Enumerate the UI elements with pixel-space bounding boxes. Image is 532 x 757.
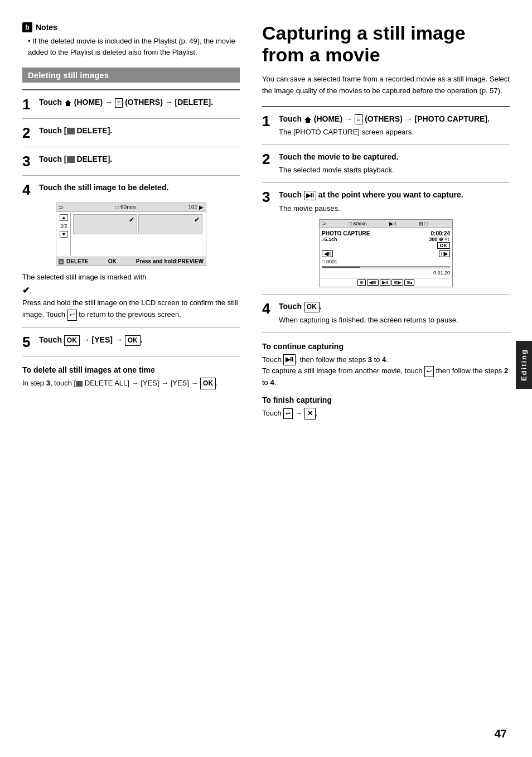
screen-header: ⊃ □ 60min 101 ▶ (56, 203, 206, 212)
notes-section: b Notes If the deleted movie is included… (22, 22, 240, 57)
delete-all-title: To delete all still images at one time (22, 365, 240, 374)
step-title-4: Touch the still image to be deleted. (39, 182, 240, 194)
right-step-title-1: Touch (HOME) → ≡ (OTHERS) → [PHOTO CAPTU… (279, 114, 510, 125)
cap-body: PHOTO CAPTURE ♪5.1ch 0:00:24 300 ⊕ +↕ OK… (320, 228, 452, 278)
ok-box-2: OK (125, 335, 141, 346)
ok-box-1: OK (64, 335, 80, 346)
left-step-2: 2 Touch [ DELETE]. (22, 126, 240, 140)
step-content-1: Touch (HOME) → ≡ (OTHERS) → [DELETE]. (39, 97, 240, 108)
cap-btn-5[interactable]: ⊙₂ (404, 279, 414, 286)
delete-label: ≡ DELETE (59, 258, 89, 264)
device-screen: ⊃ □ 60min 101 ▶ ▲ 2/2 ▼ ✔ ✔ (56, 202, 206, 266)
cap-btn-4[interactable]: ⊙▶ (391, 279, 403, 286)
cap-btn-2[interactable]: ◀⊙ (367, 279, 379, 286)
step-num-2: 2 (22, 126, 35, 140)
delete-all-text: In step 3, touch [ DELETE ALL] → [YES] →… (22, 378, 240, 389)
right-step-desc-3: The movie pauses. (279, 203, 510, 214)
left-step-4: 4 Touch the still image to be deleted. (22, 182, 240, 197)
step-num-5: 5 (22, 335, 35, 349)
right-step-num-2: 2 (262, 152, 274, 166)
step-num-3: 3 (22, 154, 35, 168)
home-icon-r1 (304, 116, 312, 123)
step-content-4: Touch the still image to be deleted. (39, 182, 240, 194)
cap-quality: 300 ⊕ +↕ (429, 237, 450, 242)
cap-middle-controls: ◀II II▶ (322, 250, 450, 257)
right-step-content-2: Touch the movie to be captured. The sele… (279, 152, 510, 176)
down-arrow: ▼ (60, 231, 68, 238)
screen-back: ⊃ (59, 204, 63, 210)
right-step-num-4: 4 (262, 301, 274, 316)
right-step-title-3: Touch ▶II at the point where you want to… (279, 190, 510, 201)
cap-time-bar: 0:01:20 (322, 270, 450, 276)
notes-icon: b (22, 22, 32, 32)
cap-ok-btn[interactable]: OK (437, 242, 451, 249)
cap-btn-3[interactable]: ▶II (380, 279, 390, 286)
to-finish-section: To finish capturing Touch ↩ → ✕. (262, 396, 510, 420)
step-title-3: Touch [ DELETE]. (39, 154, 240, 165)
cap-icons: ⊞ □ (419, 221, 428, 226)
step-title-5: Touch OK → [YES] → OK. (39, 335, 240, 346)
cap-header: ⊃ □ 60min ▶II ⊞ □ (320, 220, 452, 228)
editing-tab: Editing (516, 341, 532, 389)
page-counter: 2/2 (60, 223, 67, 229)
return-icon-finish: ↩ (283, 408, 293, 420)
notes-header: b Notes (22, 22, 240, 32)
cap-right-btn[interactable]: II▶ (439, 250, 450, 257)
step-title-1: Touch (HOME) → ≡ (OTHERS) → [DELETE]. (39, 97, 240, 108)
page-title: Capturing a still image from a movie (262, 22, 510, 66)
screen-mem: □ 60min (115, 204, 136, 210)
intro-text: You can save a selected frame from a rec… (262, 74, 510, 97)
cap-btn-1[interactable]: ⊙ (357, 279, 366, 286)
right-step-content-3: Touch ▶II at the point where you want to… (279, 190, 510, 214)
play-pause-icon: ▶II (304, 191, 316, 200)
notes-item: If the deleted movie is included in the … (28, 36, 240, 57)
to-continue-section: To continue capturing Touch ▶II, then fo… (262, 342, 510, 389)
cap-time: 0:00:24 (429, 230, 450, 237)
to-finish-text: Touch ↩ → ✕. (262, 408, 510, 420)
cap-play: ▶II (389, 221, 396, 226)
thumb-1: ✔ (73, 214, 137, 234)
capture-screen: ⊃ □ 60min ▶II ⊞ □ PHOTO CAPTURE ♪5.1ch 0… (319, 219, 453, 287)
play-pause-icon-2: ▶II (283, 354, 296, 365)
screen-footer: ≡ DELETE OK Press and hold:PREVIEW (56, 257, 206, 266)
check-2: ✔ (194, 216, 200, 224)
right-step-4: 4 Touch OK. When capturing is finished, … (262, 301, 510, 325)
step-content-2: Touch [ DELETE]. (39, 126, 240, 137)
right-step-3: 3 Touch ▶II at the point where you want … (262, 190, 510, 214)
step-content-3: Touch [ DELETE]. (39, 154, 240, 165)
return-icon-r: ↩ (424, 366, 434, 377)
delete-icon-2 (67, 128, 75, 134)
svg-marker-1 (304, 117, 311, 123)
screen-main: ✔ ✔ (71, 213, 205, 255)
ok-box-3: OK (200, 378, 216, 389)
right-step-num-3: 3 (262, 190, 274, 204)
delete-all-icon (76, 381, 83, 387)
right-column: Capturing a still image from a movie You… (257, 22, 510, 735)
to-finish-title: To finish capturing (262, 396, 510, 404)
screen-body: ▲ 2/2 ▼ ✔ ✔ (56, 212, 206, 257)
svg-marker-0 (65, 100, 71, 106)
check-1: ✔ (129, 216, 134, 224)
cap-file-num: □ 0001 (322, 259, 450, 264)
cap-back: ⊃ (322, 221, 326, 226)
others-icon-1: ≡ (115, 98, 123, 108)
notes-title: Notes (36, 23, 57, 32)
right-step-desc-2: The selected movie starts playback. (279, 165, 510, 176)
preview-btn: Press and hold:PREVIEW (136, 258, 204, 264)
right-step-title-2: Touch the movie to be captured. (279, 152, 510, 163)
cap-left-btn[interactable]: ◀II (322, 250, 333, 257)
step-num-1: 1 (22, 97, 35, 112)
thumb-2: ✔ (138, 214, 202, 234)
x-box-finish: ✕ (304, 408, 316, 420)
right-step-1: 1 Touch (HOME) → ≡ (OTHERS) → [PHOTO CAP… (262, 114, 510, 138)
ok-box-r4: OK (304, 302, 320, 312)
cap-left-info: PHOTO CAPTURE ♪5.1ch (322, 230, 370, 249)
step-content-5: Touch OK → [YES] → OK. (39, 335, 240, 346)
cap-progress-bar (322, 266, 450, 268)
delete-icon-footer: ≡ (59, 259, 64, 264)
right-step-desc-1: The [PHOTO CAPTURE] screen appears. (279, 127, 510, 138)
up-arrow: ▲ (60, 214, 68, 221)
left-step-3: 3 Touch [ DELETE]. (22, 154, 240, 168)
to-continue-text: Touch ▶II, then follow the steps 3 to 4.… (262, 354, 510, 389)
to-continue-title: To continue capturing (262, 342, 510, 351)
